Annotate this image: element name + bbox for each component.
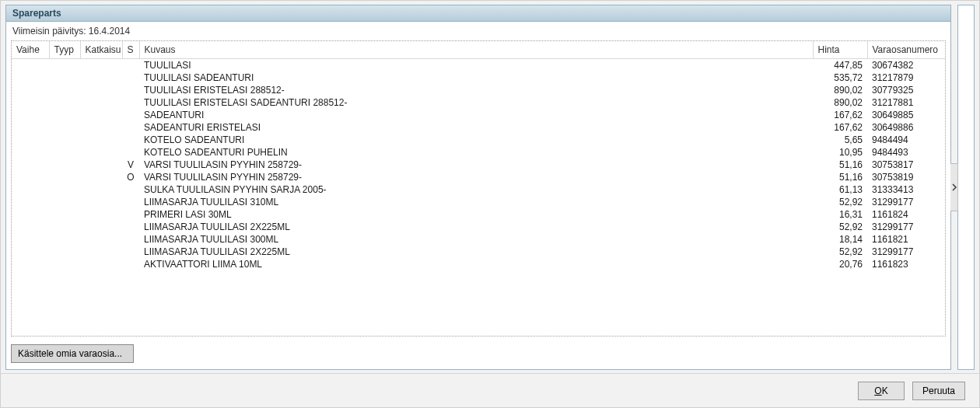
cell-s	[122, 146, 139, 159]
table-row[interactable]: KOTELO SADEANTURI PUHELIN10,959484493	[12, 146, 945, 159]
cell-tyyp	[49, 146, 80, 159]
panel-title: Spareparts	[6, 5, 950, 22]
parts-table-wrap: Vaihe Tyyp Katkaisu S Kuvaus Hinta Varao…	[11, 40, 946, 337]
cell-varaosa: 30649886	[867, 121, 945, 134]
cell-varaosa: 31217879	[867, 71, 945, 84]
cell-katkaisu	[80, 71, 122, 84]
table-row[interactable]: LIIMASARJA TUULILASI 2X225ML52,923129917…	[12, 221, 945, 233]
cell-varaosa: 1161824	[867, 208, 945, 221]
col-s[interactable]: S	[122, 41, 139, 59]
cell-varaosa: 30674382	[867, 59, 945, 71]
cell-katkaisu	[80, 233, 122, 246]
table-row[interactable]: SULKA TUULILASIN PYYHIN SARJA 2005-61,13…	[12, 183, 945, 196]
col-kuvaus[interactable]: Kuvaus	[139, 41, 813, 59]
cell-s	[122, 59, 139, 71]
dialog-frame: Spareparts Viimeisin päivitys: 16.4.2014…	[0, 0, 980, 408]
table-row[interactable]: TUULILASI ERISTELASI SADEANTURI 288512-8…	[12, 96, 945, 109]
horizontal-scrollbar[interactable]	[12, 323, 945, 336]
last-updated-label: Viimeisin päivitys:	[12, 26, 89, 37]
cell-hinta: 20,76	[813, 258, 867, 270]
table-row[interactable]: TUULILASI SADEANTURI535,7231217879	[12, 71, 945, 84]
dialog-footer: OK Peruuta	[1, 373, 979, 407]
cell-vaihe	[12, 159, 49, 171]
parts-table-body: TUULILASI447,8530674382TUULILASI SADEANT…	[12, 59, 945, 270]
cell-hinta: 52,92	[813, 196, 867, 208]
cell-kuvaus: SADEANTURI	[139, 109, 813, 121]
cell-hinta: 52,92	[813, 221, 867, 233]
cell-katkaisu	[80, 171, 122, 183]
cell-varaosa: 31299177	[867, 246, 945, 258]
cell-hinta: 51,16	[813, 159, 867, 171]
cell-hinta: 5,65	[813, 134, 867, 146]
parts-table-body-scroll[interactable]: TUULILASI447,8530674382TUULILASI SADEANT…	[12, 59, 945, 323]
cell-kuvaus: SULKA TUULILASIN PYYHIN SARJA 2005-	[139, 183, 813, 196]
cell-katkaisu	[80, 159, 122, 171]
col-tyyp[interactable]: Tyyp	[49, 41, 80, 59]
col-katkaisu[interactable]: Katkaisu	[80, 41, 122, 59]
table-row[interactable]: LIIMASARJA TUULILASI 2X225ML52,923129917…	[12, 246, 945, 258]
cancel-button[interactable]: Peruuta	[912, 382, 965, 400]
cell-varaosa: 9484494	[867, 134, 945, 146]
cell-vaihe	[12, 258, 49, 270]
cell-s	[122, 134, 139, 146]
cell-hinta: 61,13	[813, 183, 867, 196]
cell-tyyp	[49, 71, 80, 84]
cell-varaosa: 31217881	[867, 96, 945, 109]
cell-s	[122, 208, 139, 221]
cell-kuvaus: LIIMASARJA TUULILASI 310ML	[139, 196, 813, 208]
cell-tyyp	[49, 59, 80, 71]
cell-katkaisu	[80, 96, 122, 109]
cell-s	[122, 233, 139, 246]
cell-s	[122, 196, 139, 208]
cell-vaihe	[12, 121, 49, 134]
cell-katkaisu	[80, 246, 122, 258]
table-row[interactable]: KOTELO SADEANTURI5,659484494	[12, 134, 945, 146]
table-row[interactable]: OVARSI TUULILASIN PYYHIN 258729-51,16307…	[12, 171, 945, 183]
cell-hinta: 447,85	[813, 59, 867, 71]
col-hinta[interactable]: Hinta	[813, 41, 867, 59]
cell-vaihe	[12, 109, 49, 121]
cell-kuvaus: PRIMERI LASI 30ML	[139, 208, 813, 221]
cell-hinta: 167,62	[813, 109, 867, 121]
cell-kuvaus: VARSI TUULILASIN PYYHIN 258729-	[139, 171, 813, 183]
ok-button[interactable]: OK	[858, 382, 905, 400]
cell-kuvaus: KOTELO SADEANTURI PUHELIN	[139, 146, 813, 159]
content-area: Spareparts Viimeisin päivitys: 16.4.2014…	[5, 5, 975, 370]
table-row[interactable]: PRIMERI LASI 30ML16,311161824	[12, 208, 945, 221]
table-row[interactable]: LIIMASARJA TUULILASI 300ML18,141161821	[12, 233, 945, 246]
cell-hinta: 10,95	[813, 146, 867, 159]
cell-tyyp	[49, 208, 80, 221]
cell-varaosa: 1161823	[867, 258, 945, 270]
cell-hinta: 18,14	[813, 233, 867, 246]
table-row[interactable]: SADEANTURI ERISTELASI167,6230649886	[12, 121, 945, 134]
cell-katkaisu	[80, 146, 122, 159]
table-row[interactable]: AKTIVAATTORI LIIMA 10ML20,761161823	[12, 258, 945, 270]
last-updated-value: 16.4.2014	[89, 26, 130, 37]
cell-s	[122, 84, 139, 96]
cell-vaihe	[12, 71, 49, 84]
cell-katkaisu	[80, 121, 122, 134]
col-varaosa[interactable]: Varaosanumero	[867, 41, 945, 59]
cell-varaosa: 31333413	[867, 183, 945, 196]
cell-vaihe	[12, 208, 49, 221]
cell-hinta: 16,31	[813, 208, 867, 221]
table-row[interactable]: TUULILASI ERISTELASI 288512-890,02307793…	[12, 84, 945, 96]
table-row[interactable]: VVARSI TUULILASIN PYYHIN 258729-51,16307…	[12, 159, 945, 171]
cell-vaihe	[12, 134, 49, 146]
cell-varaosa: 30649885	[867, 109, 945, 121]
cell-katkaisu	[80, 59, 122, 71]
panel-collapse-handle[interactable]	[957, 163, 958, 211]
cell-vaihe	[12, 196, 49, 208]
cell-tyyp	[49, 221, 80, 233]
cell-s	[122, 183, 139, 196]
cell-tyyp	[49, 196, 80, 208]
table-row[interactable]: SADEANTURI167,6230649885	[12, 109, 945, 121]
handle-own-spareparts-button[interactable]: Käsittele omia varaosia...	[11, 344, 134, 363]
table-row[interactable]: TUULILASI447,8530674382	[12, 59, 945, 71]
cell-varaosa: 31299177	[867, 221, 945, 233]
cell-kuvaus: KOTELO SADEANTURI	[139, 134, 813, 146]
cell-hinta: 167,62	[813, 121, 867, 134]
table-row[interactable]: LIIMASARJA TUULILASI 310ML52,9231299177	[12, 196, 945, 208]
col-vaihe[interactable]: Vaihe	[12, 41, 49, 59]
cell-vaihe	[12, 246, 49, 258]
